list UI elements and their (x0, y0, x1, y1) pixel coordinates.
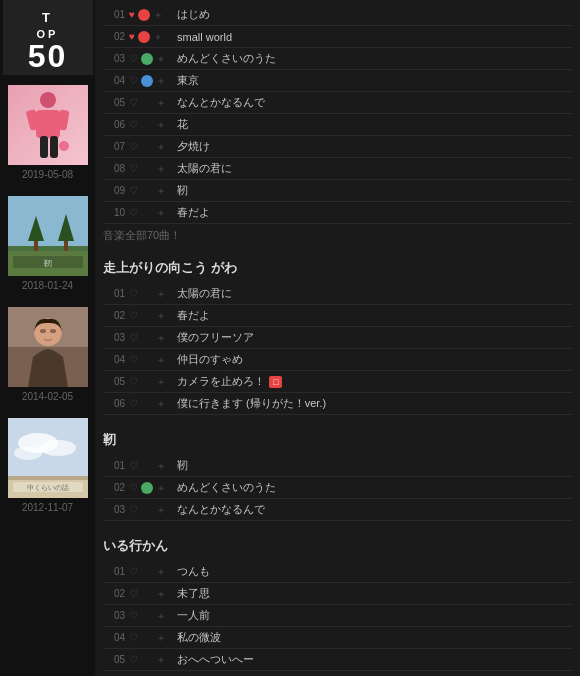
track-row[interactable]: 06 ♡ ＋ 最後の傷 (103, 671, 572, 676)
add-icon[interactable]: ＋ (156, 287, 166, 301)
track-title: 東京 (177, 73, 570, 88)
add-icon[interactable]: ＋ (156, 653, 166, 667)
add-icon[interactable]: ＋ (156, 375, 166, 389)
track-title: 春だよ (177, 308, 570, 323)
heart-icon[interactable]: ♡ (129, 185, 138, 196)
heart-icon[interactable]: ♡ (129, 141, 138, 152)
heart-icon[interactable]: ♥ (129, 31, 135, 42)
heart-icon[interactable]: ♡ (129, 482, 138, 493)
add-icon[interactable]: ＋ (156, 565, 166, 579)
track-icons: ♡ ＋ (129, 353, 177, 367)
add-icon[interactable]: ＋ (153, 8, 163, 22)
track-row[interactable]: 03 ♡ ＋ 僕のフリーソア (103, 327, 572, 349)
track-title: 僕のフリーソア (177, 330, 570, 345)
track-row[interactable]: 03 ♡ ＋ めんどくさいのうた (103, 48, 572, 70)
heart-icon[interactable]: ♡ (129, 588, 138, 599)
heart-icon[interactable]: ♡ (129, 75, 138, 86)
track-num: 02 (105, 482, 125, 493)
add-icon[interactable]: ＋ (156, 353, 166, 367)
track-title: 太陽の君に (177, 161, 570, 176)
track-row[interactable]: 04 ♡ ＋ 私の微波 (103, 627, 572, 649)
track-row[interactable]: 02 ♡ ＋ めんどくさいのうた (103, 477, 572, 499)
heart-icon[interactable]: ♥ (129, 9, 135, 20)
heart-icon[interactable]: ♡ (129, 566, 138, 577)
add-icon[interactable]: ＋ (156, 331, 166, 345)
track-title: はじめ (177, 7, 570, 22)
add-icon[interactable]: ＋ (156, 503, 166, 517)
track-num: 08 (105, 163, 125, 174)
heart-icon[interactable]: ♡ (129, 97, 138, 108)
track-row[interactable]: 10 ♡ ＋ 春だよ (103, 202, 572, 224)
track-row[interactable]: 03 ♡ ＋ 一人前 (103, 605, 572, 627)
svg-text:中くらいの話: 中くらいの話 (27, 484, 69, 492)
show-all-link[interactable]: 音楽全部70曲！ (103, 228, 181, 243)
heart-icon[interactable]: ♡ (129, 398, 138, 409)
heart-icon[interactable]: ♡ (129, 288, 138, 299)
heart-icon[interactable]: ♡ (129, 354, 138, 365)
heart-icon[interactable]: ♡ (129, 504, 138, 515)
track-row[interactable]: 01 ♡ ＋ 太陽の君に (103, 283, 572, 305)
track-row[interactable]: 01 ♡ ＋ つんも (103, 561, 572, 583)
track-row[interactable]: 04 ♡ ＋ 東京 (103, 70, 572, 92)
track-icons: ♡ ＋ (129, 331, 177, 345)
album-cover-2[interactable]: 靭 (8, 196, 88, 276)
album-art-cloud: 中くらいの話 (8, 418, 88, 498)
track-row[interactable]: 04 ♡ ＋ 仲日のすゃめ (103, 349, 572, 371)
track-row[interactable]: 01 ♥ ＋ はじめ (103, 4, 572, 26)
heart-icon[interactable]: ♡ (129, 119, 138, 130)
top50-badge[interactable]: TOP 50 (3, 0, 93, 75)
add-icon[interactable]: ＋ (156, 118, 166, 132)
track-row[interactable]: 09 ♡ ＋ 靭 (103, 180, 572, 202)
heart-icon[interactable]: ♡ (129, 163, 138, 174)
album-art-outdoor: 靭 (8, 196, 88, 276)
track-row[interactable]: 03 ♡ ＋ なんとかなるんで (103, 499, 572, 521)
track-row[interactable]: 06 ♡ ＋ 僕に行きます (帰りがた！ver.) (103, 393, 572, 415)
track-row[interactable]: 07 ♡ ＋ 夕焼け (103, 136, 572, 158)
svg-rect-5 (50, 136, 58, 158)
track-row[interactable]: 08 ♡ ＋ 太陽の君に (103, 158, 572, 180)
track-row[interactable]: 06 ♡ ＋ 花 (103, 114, 572, 136)
add-icon[interactable]: ＋ (156, 162, 166, 176)
album-cover-4[interactable]: 中くらいの話 (8, 418, 88, 498)
add-icon[interactable]: ＋ (156, 459, 166, 473)
track-num: 01 (105, 460, 125, 471)
album-cover-1[interactable] (8, 85, 88, 165)
add-icon[interactable]: ＋ (156, 309, 166, 323)
track-row[interactable]: 02 ♥ ＋ small world (103, 26, 572, 48)
track-row[interactable]: 01 ♡ ＋ 靭 (103, 455, 572, 477)
add-icon[interactable]: ＋ (156, 481, 166, 495)
track-title: 私の微波 (177, 630, 570, 645)
add-icon[interactable]: ＋ (156, 587, 166, 601)
heart-icon[interactable]: ♡ (129, 610, 138, 621)
track-row[interactable]: 02 ♡ ＋ 未了思 (103, 583, 572, 605)
heart-icon[interactable]: ♡ (129, 53, 138, 64)
track-row[interactable]: 02 ♡ ＋ 春だよ (103, 305, 572, 327)
heart-icon[interactable]: ♡ (129, 207, 138, 218)
track-row[interactable]: 05 ♡ ＋ おへへついへー (103, 649, 572, 671)
heart-icon[interactable]: ♡ (129, 332, 138, 343)
add-icon[interactable]: ＋ (153, 30, 163, 44)
track-num: 01 (105, 566, 125, 577)
add-icon[interactable]: ＋ (156, 631, 166, 645)
track-row[interactable]: 05 ♡ ＋ カメラを止めろ！□ (103, 371, 572, 393)
track-num: 04 (105, 354, 125, 365)
track-num: 01 (105, 288, 125, 299)
heart-icon[interactable]: ♡ (129, 460, 138, 471)
album-cover-3[interactable] (8, 307, 88, 387)
add-icon[interactable]: ＋ (156, 140, 166, 154)
add-icon[interactable]: ＋ (156, 184, 166, 198)
add-icon[interactable]: ＋ (156, 52, 166, 66)
add-icon[interactable]: ＋ (156, 397, 166, 411)
add-icon[interactable]: ＋ (156, 96, 166, 110)
add-icon[interactable]: ＋ (156, 206, 166, 220)
track-icons: ♡ ＋ (129, 206, 177, 220)
heart-icon[interactable]: ♡ (129, 632, 138, 643)
track-row[interactable]: 05 ♡ ＋ なんとかなるんで (103, 92, 572, 114)
add-icon[interactable]: ＋ (156, 74, 166, 88)
add-icon[interactable]: ＋ (156, 609, 166, 623)
heart-icon[interactable]: ♡ (129, 376, 138, 387)
track-num: 03 (105, 53, 125, 64)
heart-icon[interactable]: ♡ (129, 654, 138, 665)
heart-icon[interactable]: ♡ (129, 310, 138, 321)
svg-rect-28 (8, 476, 88, 480)
